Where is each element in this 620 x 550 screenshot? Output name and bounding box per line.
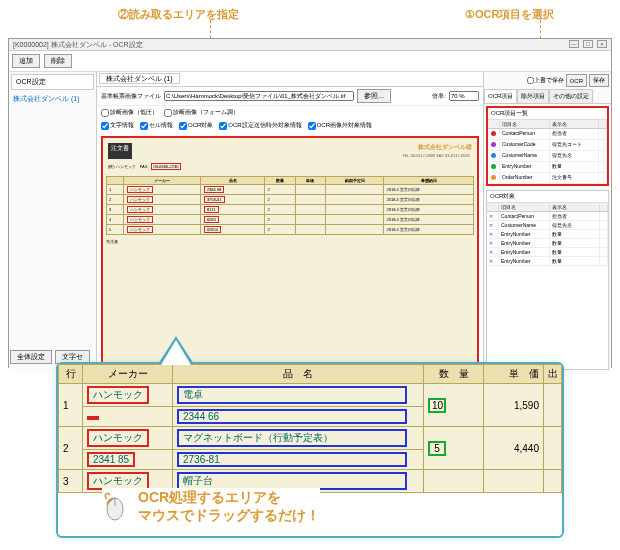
target-row[interactable]: ✕EntryNumber数量 xyxy=(487,239,608,248)
color-dot xyxy=(491,175,496,180)
zoom-label: 倍率: xyxy=(432,92,446,101)
browse-button[interactable]: 参照... xyxy=(357,89,391,103)
overwrite-check[interactable]: 上書で保存 xyxy=(527,74,564,87)
target-row[interactable]: ✕EntryNumber数量 xyxy=(487,257,608,266)
qty-box[interactable]: 10 xyxy=(428,398,446,413)
mouse-icon xyxy=(102,491,128,521)
check-cell-info[interactable]: セル情報 xyxy=(140,121,173,130)
filepath-label: 基準帳票画像ファイル xyxy=(101,92,161,101)
target-row[interactable]: ✕ContactPerson担当者 xyxy=(487,212,608,221)
global-settings-button[interactable]: 全体設定 xyxy=(10,350,52,364)
grid-header-display: 表示名 xyxy=(550,120,600,128)
maximize-button[interactable]: □ xyxy=(583,40,593,48)
target-row[interactable]: ✕EntryNumber数量 xyxy=(487,230,608,239)
color-dot xyxy=(491,164,496,169)
th-date2: 希望納日 xyxy=(384,177,474,185)
zoom-th-maker: メーカー xyxy=(83,365,173,384)
table-row[interactable]: 2ハンモック3758-0122018.4 営業日以降 xyxy=(107,195,474,205)
th-row xyxy=(107,177,124,185)
window-title: [K0000002] 株式会社ダンベル - OCR設定 xyxy=(13,40,143,49)
ocr-item-row[interactable]: ContactPerson担当者 xyxy=(488,129,607,140)
fax-number-box[interactable]: 03-6680-2230 xyxy=(151,163,182,170)
document-preview[interactable]: 注文書 株式会社ダンベル様 TEL 03-0117-0000 FAX 03-01… xyxy=(101,136,479,368)
ocr-item-row[interactable]: CustomerName得意先名 xyxy=(488,151,607,162)
close-button[interactable]: × xyxy=(597,40,607,48)
target-row[interactable]: ✕CustomerName得意先名 xyxy=(487,221,608,230)
check-ocr-send-ext[interactable]: OCR設定送信時外対象情報 xyxy=(219,121,301,130)
zoom-th-ext: 出 xyxy=(544,365,562,384)
fax-title: 注文書 xyxy=(108,143,132,159)
ocr-item-list: OCR項目一覧 項目名 表示名 ContactPerson担当者 Custome… xyxy=(486,106,609,186)
tab-ocr-items[interactable]: OCR項目 xyxy=(484,89,517,103)
minimize-button[interactable]: — xyxy=(569,40,579,48)
delete-button[interactable]: 削除 xyxy=(44,54,72,68)
left-item-company[interactable]: 株式会社ダンベル (1) xyxy=(9,92,96,106)
th-unit: 単価 xyxy=(295,177,325,185)
annotation-1: ①OCR項目を選択 xyxy=(465,7,554,22)
ocr-item-row[interactable]: EntryNumber数量 xyxy=(488,162,607,173)
target-header-display: 表示名 xyxy=(550,203,601,211)
color-dot xyxy=(491,153,496,158)
table-row[interactable]: 5ハンモック0265422018.4 営業日以降 xyxy=(107,225,474,235)
name-box[interactable]: マグネットボード（行動予定表） xyxy=(177,429,407,447)
ocr-target-list: OCR対象 項目名 表示名 ✕ContactPerson担当者 ✕Custome… xyxy=(486,190,609,370)
check-diag-form[interactable]: 診断画像（フォーム調） xyxy=(164,108,239,117)
right-panel: 上書で保存 OCR 保存 OCR項目 除外項目 その他の設定 OCR項目一覧 項… xyxy=(483,72,611,372)
color-dot xyxy=(491,142,496,147)
ocr-target-title: OCR対象 xyxy=(487,191,608,203)
ocr-item-row[interactable]: OrderNumber注文番号 xyxy=(488,173,607,184)
filepath-input[interactable] xyxy=(164,91,354,101)
app-window: [K0000002] 株式会社ダンベル - OCR設定 — □ × 追加 削除 … xyxy=(8,38,612,368)
zoom-th-price: 単 価 xyxy=(484,365,544,384)
code-box[interactable]: 2736-81 xyxy=(177,452,407,467)
target-header-name: 項目名 xyxy=(499,203,550,211)
th-date1: 納期予定日 xyxy=(326,177,384,185)
th-name: 品名 xyxy=(200,177,265,185)
code-box[interactable]: 2344 66 xyxy=(177,409,407,424)
tab-other[interactable]: その他の設定 xyxy=(549,89,593,103)
table-row[interactable]: 1ハンモック2366 6822018.4 営業日以降 xyxy=(107,185,474,195)
check-diag-low[interactable]: 診断画像（低圧） xyxy=(101,108,158,117)
zoom-th-row: 行 xyxy=(59,365,83,384)
name-box[interactable]: 電卓 xyxy=(177,386,407,404)
fax-sender: 発注者 xyxy=(106,239,474,244)
target-row[interactable]: ✕EntryNumber数量 xyxy=(487,248,608,257)
grid-header-name: 項目名 xyxy=(500,120,550,128)
titlebar: [K0000002] 株式会社ダンベル - OCR設定 — □ × xyxy=(9,39,611,51)
code-box[interactable] xyxy=(87,416,99,420)
table-row[interactable]: 3ハンモック811122018.4 営業日以降 xyxy=(107,205,474,215)
center-tab-company[interactable]: 株式会社ダンベル (1) xyxy=(99,73,180,84)
maker-box[interactable]: ハンモック xyxy=(87,429,149,447)
save-button[interactable]: 保存 xyxy=(589,74,609,87)
fax-table: メーカー 品名 数量 単価 納期予定日 希望納日 1ハンモック2366 6822… xyxy=(106,176,474,235)
check-text-info[interactable]: 文字情報 xyxy=(101,121,134,130)
zoom-row: 2 ハンモック マグネットボード（行動予定表） 5 4,440 xyxy=(59,427,562,450)
caption-line-2: マウスでドラッグするだけ！ xyxy=(138,506,320,524)
left-tab-ocr[interactable]: OCR設定 xyxy=(11,74,94,90)
add-button[interactable]: 追加 xyxy=(12,54,40,68)
zoom-table: 行 メーカー 品 名 数 量 単 価 出 1 ハンモック 電卓 10 1,590… xyxy=(58,364,562,493)
check-ocr-target[interactable]: OCR対象 xyxy=(179,121,213,130)
qty-box[interactable]: 5 xyxy=(428,441,446,456)
zoom-detail-panel: 行 メーカー 品 名 数 量 単 価 出 1 ハンモック 電卓 10 1,590… xyxy=(56,362,564,538)
caption-line-1: OCR処理するエリアを xyxy=(138,488,320,506)
code-box[interactable]: 2341 85 xyxy=(87,452,135,467)
th-qty: 数量 xyxy=(265,177,295,185)
color-dot xyxy=(491,131,496,136)
th-maker: メーカー xyxy=(123,177,200,185)
ocr-list-title: OCR項目一覧 xyxy=(488,108,607,120)
zoom-input[interactable] xyxy=(449,91,479,101)
center-panel: 株式会社ダンベル (1) 基準帳票画像ファイル 参照... 倍率: 診断画像（低… xyxy=(97,72,483,372)
ocr-button[interactable]: OCR xyxy=(566,74,587,87)
check-ocr-image-ext[interactable]: OCR画像外対象情報 xyxy=(308,121,372,130)
table-row[interactable]: 4ハンモック626022018.4 営業日以降 xyxy=(107,215,474,225)
annotation-2: ②読み取るエリアを指定 xyxy=(118,7,239,22)
zoom-th-name: 品 名 xyxy=(173,365,424,384)
fax-to: (株) ハンモック FAX: xyxy=(108,164,150,169)
zoom-th-qty: 数 量 xyxy=(424,365,484,384)
ocr-item-row[interactable]: CustomerCode得意先コード xyxy=(488,140,607,151)
fax-tel: TEL 03-0117-0000 FAX 03-0117-0001 xyxy=(400,152,472,159)
fax-company: 株式会社ダンベル様 xyxy=(400,143,472,152)
maker-box[interactable]: ハンモック xyxy=(87,386,149,404)
tab-exclude[interactable]: 除外項目 xyxy=(517,89,549,103)
